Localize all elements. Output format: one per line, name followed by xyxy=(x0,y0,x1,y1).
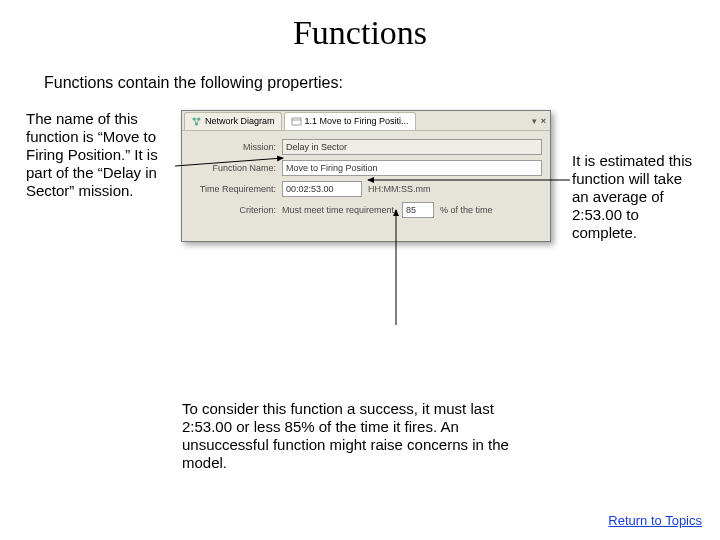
intro-text: Functions contain the following properti… xyxy=(44,74,720,92)
arrow-left-to-name xyxy=(0,110,720,330)
svg-line-8 xyxy=(175,158,283,166)
page-title: Functions xyxy=(0,14,720,52)
bottom-annotation: To consider this function a success, it … xyxy=(182,400,542,472)
return-to-topics-link[interactable]: Return to Topics xyxy=(608,513,702,528)
